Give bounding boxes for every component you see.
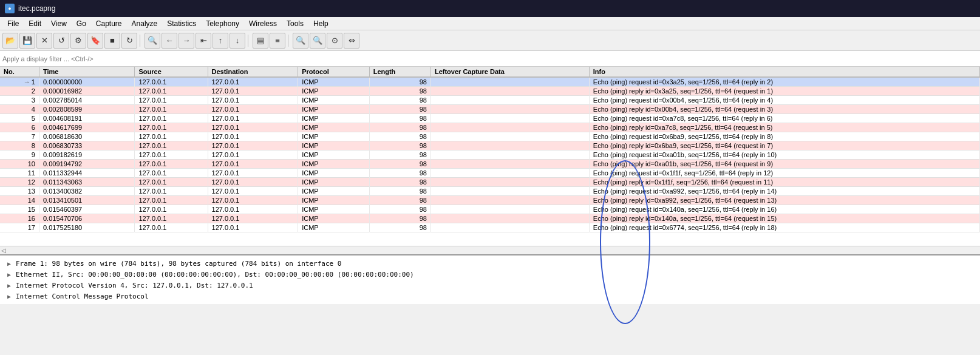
- toolbar-button-17[interactable]: ≡: [270, 33, 285, 49]
- table-row[interactable]: →10.000000000127.0.0.1127.0.0.1ICMP98Ech…: [0, 77, 980, 87]
- toolbar-button-13[interactable]: ↑: [213, 33, 228, 49]
- toolbar-button-20[interactable]: 🔍: [310, 33, 325, 49]
- table-cell: Echo (ping) reply id=0x140a, seq=1/256, …: [589, 214, 979, 223]
- menu-item-wireless[interactable]: Wireless: [244, 18, 282, 29]
- table-cell: Echo (ping) request id=0xa01b, seq=1/256…: [589, 150, 979, 160]
- table-cell: →1: [0, 77, 39, 87]
- toolbar-button-19[interactable]: 🔍: [293, 33, 308, 49]
- table-cell: 127.0.0.1: [208, 132, 298, 141]
- table-row[interactable]: 60.004617699127.0.0.1127.0.0.1ICMP98Echo…: [0, 123, 980, 132]
- menu-item-file[interactable]: File: [2, 18, 24, 29]
- table-row[interactable]: 90.009182619127.0.0.1127.0.0.1ICMP98Echo…: [0, 150, 980, 160]
- detail-row[interactable]: ▶Frame 1: 98 bytes on wire (784 bits), 9…: [5, 258, 975, 269]
- detail-text: Frame 1: 98 bytes on wire (784 bits), 98…: [16, 260, 341, 268]
- menu-item-statistics[interactable]: Statistics: [162, 18, 201, 29]
- menu-item-telephony[interactable]: Telephony: [201, 18, 244, 29]
- toolbar-button-12[interactable]: ⇤: [196, 33, 211, 49]
- toolbar-button-22[interactable]: ⇔: [344, 33, 359, 49]
- table-row[interactable]: 20.000016982127.0.0.1127.0.0.1ICMP98Echo…: [0, 87, 980, 96]
- toolbar-separator: [140, 35, 142, 47]
- detail-text: Ethernet II, Src: 00:00:00_00:00:00 (00:…: [16, 271, 414, 279]
- table-cell: 0.004608191: [39, 114, 134, 123]
- toolbar-button-5[interactable]: 🔖: [87, 33, 103, 49]
- table-row[interactable]: 150.015460397127.0.0.1127.0.0.1ICMP98Ech…: [0, 205, 980, 214]
- table-row[interactable]: 100.009194792127.0.0.1127.0.0.1ICMP98Ech…: [0, 160, 980, 169]
- table-cell: 127.0.0.1: [208, 77, 298, 87]
- table-cell: Echo (ping) reply id=0xa992, seq=1/256, …: [589, 196, 979, 205]
- table-cell: 0.011343063: [39, 178, 134, 187]
- toolbar-button-21[interactable]: ⊙: [327, 33, 342, 49]
- table-cell: [430, 114, 589, 123]
- table-cell: 127.0.0.1: [208, 169, 298, 178]
- toolbar-button-3[interactable]: ↺: [53, 33, 69, 49]
- table-cell: 0.002808599: [39, 105, 134, 114]
- toolbar-button-16[interactable]: ▤: [253, 33, 268, 49]
- table-cell: 127.0.0.1: [135, 87, 208, 96]
- table-cell: 0.017525180: [39, 223, 134, 232]
- table-cell: [430, 150, 589, 160]
- table-cell: 127.0.0.1: [208, 105, 298, 114]
- toolbar-button-4[interactable]: ⚙: [70, 33, 86, 49]
- table-cell: Echo (ping) reply id=0xa7c8, seq=1/256, …: [589, 123, 979, 132]
- table-cell: Echo (ping) request id=0xa7c8, seq=1/256…: [589, 114, 979, 123]
- col-protocol: Protocol: [298, 67, 370, 77]
- menu-item-tools[interactable]: Tools: [282, 18, 308, 29]
- toolbar-button-6[interactable]: ■: [104, 33, 120, 49]
- toolbar-button-9[interactable]: 🔍: [145, 33, 160, 49]
- table-row[interactable]: 130.013400382127.0.0.1127.0.0.1ICMP98Ech…: [0, 187, 980, 196]
- menu-item-view[interactable]: View: [46, 18, 72, 29]
- menu-bar: FileEditViewGoCaptureAnalyzeStatisticsTe…: [0, 17, 980, 30]
- table-cell: 98: [369, 205, 430, 214]
- toolbar-button-1[interactable]: 💾: [19, 33, 35, 49]
- table-row[interactable]: 50.004608191127.0.0.1127.0.0.1ICMP98Echo…: [0, 114, 980, 123]
- table-cell: 98: [369, 114, 430, 123]
- table-cell: ICMP: [298, 114, 370, 123]
- menu-item-edit[interactable]: Edit: [24, 18, 46, 29]
- col-destination: Destination: [208, 67, 298, 77]
- table-cell: ICMP: [298, 87, 370, 96]
- table-cell: 0.009182619: [39, 150, 134, 160]
- detail-row[interactable]: ▶Internet Protocol Version 4, Src: 127.0…: [5, 280, 975, 291]
- col-time: Time: [39, 67, 134, 77]
- table-row[interactable]: 140.013410501127.0.0.1127.0.0.1ICMP98Ech…: [0, 196, 980, 205]
- packet-table: No. Time Source Destination Protocol Len…: [0, 67, 980, 232]
- menu-item-analyze[interactable]: Analyze: [127, 18, 163, 29]
- table-cell: 3: [0, 96, 39, 105]
- toolbar-button-10[interactable]: ←: [162, 33, 177, 49]
- toolbar-button-7[interactable]: ↻: [121, 33, 137, 49]
- table-cell: 127.0.0.1: [208, 196, 298, 205]
- table-cell: Echo (ping) request id=0x1f1f, seq=1/256…: [589, 169, 979, 178]
- toolbar-button-14[interactable]: ↓: [230, 33, 245, 49]
- filter-input[interactable]: [2, 55, 978, 63]
- table-cell: ICMP: [298, 141, 370, 150]
- table-row[interactable]: 170.017525180127.0.0.1127.0.0.1ICMP98Ech…: [0, 223, 980, 232]
- table-row[interactable]: 120.011343063127.0.0.1127.0.0.1ICMP98Ech…: [0, 178, 980, 187]
- hscroll-bar[interactable]: ◁: [0, 246, 980, 254]
- table-cell: Echo (ping) reply id=0x3a25, seq=1/256, …: [589, 87, 979, 96]
- table-cell: ICMP: [298, 196, 370, 205]
- toolbar-button-11[interactable]: →: [179, 33, 194, 49]
- table-cell: 127.0.0.1: [208, 223, 298, 232]
- table-cell: Echo (ping) request id=0xa992, seq=1/256…: [589, 187, 979, 196]
- menu-item-help[interactable]: Help: [308, 18, 333, 29]
- table-cell: 127.0.0.1: [135, 132, 208, 141]
- table-row[interactable]: 40.002808599127.0.0.1127.0.0.1ICMP98Echo…: [0, 105, 980, 114]
- detail-row[interactable]: ▶Ethernet II, Src: 00:00:00_00:00:00 (00…: [5, 269, 975, 280]
- table-row[interactable]: 110.011332944127.0.0.1127.0.0.1ICMP98Ech…: [0, 169, 980, 178]
- filter-bar[interactable]: [0, 51, 980, 67]
- toolbar-button-2[interactable]: ✕: [36, 33, 52, 49]
- col-info: Info: [589, 67, 979, 77]
- table-cell: 98: [369, 160, 430, 169]
- table-cell: 14: [0, 196, 39, 205]
- table-row[interactable]: 80.006830733127.0.0.1127.0.0.1ICMP98Echo…: [0, 141, 980, 150]
- menu-item-go[interactable]: Go: [72, 18, 91, 29]
- detail-row[interactable]: ▶Internet Control Message Protocol: [5, 291, 975, 302]
- menu-item-capture[interactable]: Capture: [91, 18, 127, 29]
- table-row[interactable]: 160.015470706127.0.0.1127.0.0.1ICMP98Ech…: [0, 214, 980, 223]
- table-row[interactable]: 70.006818630127.0.0.1127.0.0.1ICMP98Echo…: [0, 132, 980, 141]
- toolbar-button-0[interactable]: 📂: [2, 33, 18, 49]
- table-row[interactable]: 30.002785014127.0.0.1127.0.0.1ICMP98Echo…: [0, 96, 980, 105]
- table-cell: 127.0.0.1: [135, 178, 208, 187]
- table-cell: 0.015460397: [39, 205, 134, 214]
- table-cell: 127.0.0.1: [135, 214, 208, 223]
